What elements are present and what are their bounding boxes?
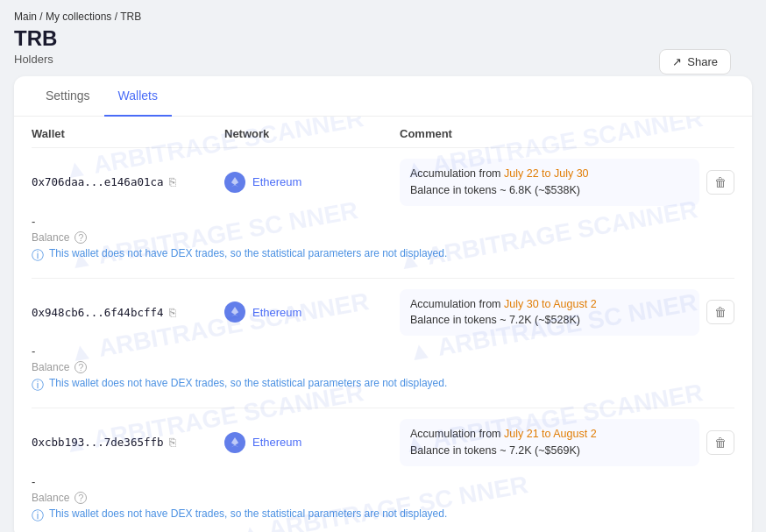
table-row: 0x948cb6...6f44bcff4 ⎘ Ethereum Accumula… — [32, 279, 734, 409]
eth-icon-1 — [224, 172, 245, 193]
table-header: Wallet Network Comment — [32, 117, 734, 148]
breadcrumb: Main / My collections / TRB — [14, 11, 752, 23]
copy-icon-1[interactable]: ⎘ — [169, 175, 176, 188]
network-cell-3: Ethereum — [224, 432, 400, 453]
balance-row-1: - — [32, 213, 734, 230]
col-network: Network — [224, 127, 400, 140]
question-icon-1: ? — [74, 231, 87, 244]
table-area: ▲ ARBITRAGE SCANNER ▲ ARBITRAGE SCANNER … — [14, 117, 752, 532]
tabs-container: Settings Wallets — [14, 76, 752, 117]
table-row: 0xcbb193...7de365ffb ⎘ Ethereum Accumula… — [32, 408, 734, 532]
comment-box-3: Accumulation from July 21 to August 2 Ba… — [400, 419, 699, 466]
table-row: 0x706daa...e146a01ca ⎘ Ethereum Accumula… — [32, 148, 734, 279]
page-title: TRB — [14, 26, 752, 51]
info-icon-3: ⓘ — [32, 508, 44, 524]
wallet-address-1: 0x706daa...e146a01ca ⎘ — [32, 175, 224, 188]
col-actions — [699, 127, 734, 140]
share-icon: ↗ — [672, 55, 682, 68]
col-comment: Comment — [400, 127, 699, 140]
network-cell-2: Ethereum — [224, 301, 400, 323]
tab-settings[interactable]: Settings — [32, 76, 104, 117]
wallet-main-row-1: 0x706daa...e146a01ca ⎘ Ethereum Accumula… — [32, 159, 734, 206]
delete-button-1[interactable]: 🗑 — [706, 170, 734, 195]
wallet-address-3: 0xcbb193...7de365ffb ⎘ — [32, 436, 224, 449]
eth-icon-2 — [224, 301, 245, 323]
balance-label-row-2: Balance ? — [32, 359, 734, 375]
question-icon-3: ? — [74, 492, 87, 504]
comment-box-1: Accumulation from July 22 to July 30 Bal… — [400, 159, 699, 206]
delete-button-2[interactable]: 🗑 — [706, 300, 734, 324]
balance-row-3: - — [32, 473, 734, 490]
balance-label-row-1: Balance ? — [32, 230, 734, 245]
info-icon-1: ⓘ — [32, 248, 44, 264]
info-row-2: ⓘ This wallet does not have DEX trades, … — [32, 375, 734, 397]
wallet-address-2: 0x948cb6...6f44bcff4 ⎘ — [32, 306, 224, 319]
balance-row-2: - — [32, 343, 734, 359]
info-row-3: ⓘ This wallet does not have DEX trades, … — [32, 506, 734, 528]
col-wallet: Wallet — [32, 127, 224, 140]
main-card: Settings Wallets ▲ ARBITRAGE SCANNER ▲ A… — [14, 76, 752, 532]
copy-icon-3[interactable]: ⎘ — [169, 436, 176, 449]
page-subtitle: Holders — [14, 53, 752, 66]
wallet-main-row-3: 0xcbb193...7de365ffb ⎘ Ethereum Accumula… — [32, 419, 734, 466]
delete-button-3[interactable]: 🗑 — [706, 430, 734, 455]
wallet-main-row-2: 0x948cb6...6f44bcff4 ⎘ Ethereum Accumula… — [32, 289, 734, 337]
question-icon-2: ? — [74, 361, 87, 373]
balance-label-row-3: Balance ? — [32, 490, 734, 506]
eth-icon-3 — [224, 432, 245, 453]
comment-box-2: Accumulation from July 30 to August 2 Ba… — [400, 289, 699, 337]
network-cell-1: Ethereum — [224, 172, 400, 193]
info-icon-2: ⓘ — [32, 378, 44, 394]
info-row-1: ⓘ This wallet does not have DEX trades, … — [32, 245, 734, 267]
copy-icon-2[interactable]: ⎘ — [169, 306, 176, 319]
tab-wallets[interactable]: Wallets — [104, 76, 172, 117]
share-button[interactable]: ↗ Share — [659, 49, 731, 74]
